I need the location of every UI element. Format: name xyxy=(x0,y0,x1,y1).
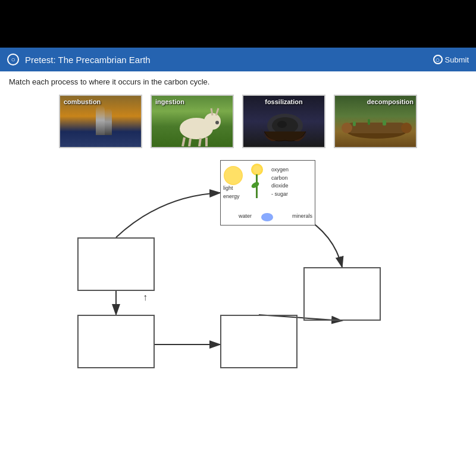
page-title: Pretest: The Precambrian Earth xyxy=(25,55,433,65)
drop-box-right-middle[interactable] xyxy=(303,267,381,321)
fossilization-image xyxy=(252,102,318,143)
light-label: light xyxy=(223,184,240,193)
cursor-indicator: ↑ xyxy=(143,292,148,303)
drop-box-left-middle[interactable] xyxy=(77,237,155,291)
svg-point-11 xyxy=(277,121,287,128)
diagram-area: oxygen carbon dioxide - sugar light ener… xyxy=(65,160,411,374)
svg-line-6 xyxy=(211,108,212,115)
smoke2 xyxy=(105,108,112,135)
cards-row: combustion xyxy=(9,95,467,148)
instruction-text: Match each process to where it occurs in… xyxy=(9,77,467,86)
card-combustion[interactable]: combustion xyxy=(59,95,142,148)
oxygen-label: oxygen xyxy=(271,166,289,174)
svg-line-2 xyxy=(183,137,184,146)
flower-icon xyxy=(245,164,269,205)
sugar-label: - sugar xyxy=(271,190,289,199)
combustion-label: combustion xyxy=(64,98,101,105)
svg-point-8 xyxy=(215,121,219,124)
svg-point-14 xyxy=(342,123,352,133)
card-decomposition[interactable]: decomposition xyxy=(334,95,417,148)
svg-rect-17 xyxy=(368,119,370,125)
card-ingestion[interactable]: ingestion xyxy=(151,95,234,148)
submit-icon: ○ xyxy=(433,55,443,64)
minerals-label: minerals xyxy=(292,213,312,219)
svg-rect-16 xyxy=(353,121,356,126)
decomposition-label: decomposition xyxy=(367,98,414,105)
card-fossilization[interactable]: fossilization xyxy=(242,95,325,148)
ingestion-animal xyxy=(164,99,223,146)
dioxide-label: dioxide xyxy=(271,182,289,190)
back-icon[interactable]: ○ xyxy=(7,54,19,65)
svg-line-7 xyxy=(216,108,218,115)
energy-label: energy xyxy=(223,193,240,201)
drop-box-left-bottom[interactable] xyxy=(77,315,155,368)
content-area: Match each process to where it occurs in… xyxy=(0,71,476,476)
smoke1 xyxy=(96,105,105,135)
submit-button[interactable]: ○ Submit xyxy=(433,55,469,64)
water-label: water xyxy=(239,213,252,219)
fossilization-label: fossilization xyxy=(265,98,303,105)
ingestion-label: ingestion xyxy=(155,98,184,105)
sun-icon xyxy=(224,166,243,185)
photosynthesis-box: oxygen carbon dioxide - sugar light ener… xyxy=(220,160,315,226)
svg-line-3 xyxy=(189,139,190,146)
app-header: ○ Pretest: The Precambrian Earth ○ Submi… xyxy=(0,48,476,71)
flower-head xyxy=(251,164,263,176)
svg-point-15 xyxy=(401,123,412,133)
photo-left-labels: light energy xyxy=(223,184,240,201)
svg-line-4 xyxy=(199,138,201,146)
carbon-label: carbon xyxy=(271,174,289,183)
photo-right-labels: oxygen carbon dioxide - sugar xyxy=(271,166,289,198)
decomposition-image xyxy=(341,105,412,143)
svg-rect-18 xyxy=(383,120,386,126)
water-blob xyxy=(261,213,273,221)
flower-leaf xyxy=(250,181,260,189)
drop-box-right-bottom[interactable] xyxy=(220,315,298,368)
